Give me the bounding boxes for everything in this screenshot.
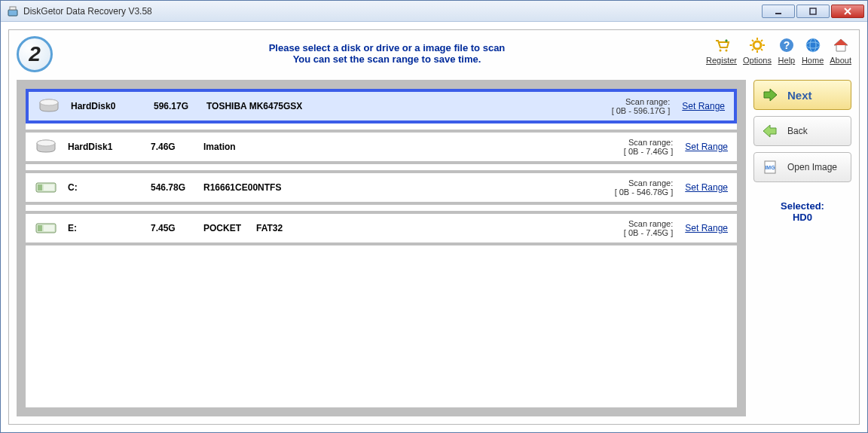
set-range-link[interactable]: Set Range bbox=[682, 101, 725, 111]
step-badge: 2 bbox=[17, 36, 53, 72]
selected-value: HD0 bbox=[753, 212, 851, 223]
header-instructions: Please select a disk or drive or a image… bbox=[68, 36, 706, 65]
svg-rect-1 bbox=[10, 7, 16, 10]
toolbar: Register Options ? Help Home bbox=[706, 36, 851, 65]
window-title: DiskGetor Data Recovery V3.58 bbox=[23, 6, 762, 17]
disk-name: HardDisk0 bbox=[71, 101, 154, 111]
svg-rect-31 bbox=[44, 225, 54, 231]
svg-point-23 bbox=[40, 99, 58, 105]
disk-row[interactable]: C:546.78GR16661CE00NTFSScan range:[ 0B -… bbox=[26, 170, 737, 205]
scan-range: Scan range:[ 0B - 546.78G ] bbox=[615, 178, 674, 197]
cart-icon bbox=[713, 36, 731, 54]
arrow-right-icon bbox=[762, 87, 778, 103]
disk-model: R16661CE00NTFS bbox=[203, 182, 615, 193]
partition-icon bbox=[35, 221, 57, 236]
disk-size: 7.46G bbox=[151, 142, 203, 152]
minimize-button[interactable] bbox=[762, 5, 795, 18]
house-icon bbox=[832, 36, 850, 54]
svg-text:?: ? bbox=[784, 39, 790, 51]
arrow-left-icon bbox=[762, 123, 778, 139]
home-link[interactable]: Home bbox=[802, 36, 824, 65]
svg-line-15 bbox=[761, 40, 763, 41]
svg-rect-3 bbox=[810, 8, 816, 14]
options-link[interactable]: Options bbox=[743, 36, 772, 65]
header-line1: Please select a disk or drive or a image… bbox=[68, 42, 706, 53]
register-label: Register bbox=[706, 56, 737, 65]
app-icon bbox=[7, 5, 19, 17]
disk-row[interactable]: E:7.45GPOCKET FAT32Scan range:[ 0B - 7.4… bbox=[26, 211, 737, 245]
scan-range: Scan range:[ 0B - 7.45G ] bbox=[624, 219, 673, 237]
next-button[interactable]: Next bbox=[753, 80, 851, 110]
disk-model: POCKET FAT32 bbox=[203, 223, 624, 233]
help-label: Help bbox=[778, 56, 796, 65]
disk-row[interactable]: HardDisk17.46GImationScan range:[ 0B - 7… bbox=[26, 130, 737, 164]
disk-model: Imation bbox=[203, 142, 624, 152]
maximize-button[interactable] bbox=[796, 5, 830, 18]
svg-rect-30 bbox=[38, 225, 42, 231]
scan-range: Scan range:[ 0B - 596.17G ] bbox=[612, 97, 671, 115]
svg-line-16 bbox=[752, 49, 753, 50]
svg-rect-28 bbox=[44, 184, 54, 191]
open-image-label: Open Image bbox=[787, 162, 837, 172]
disk-name: C: bbox=[68, 182, 151, 193]
scan-range: Scan range:[ 0B - 7.46G ] bbox=[624, 138, 673, 156]
svg-point-25 bbox=[37, 140, 55, 146]
harddisk-icon bbox=[38, 99, 60, 114]
header-line2: You can set the scan range to save time. bbox=[68, 53, 706, 65]
disk-list: HardDisk0596.17GTOSHIBA MK6475GSXScan ra… bbox=[17, 80, 746, 416]
selected-indicator: Selected: HD0 bbox=[753, 200, 851, 223]
back-label: Back bbox=[787, 126, 808, 136]
help-icon: ? bbox=[778, 36, 796, 54]
svg-text:IMG: IMG bbox=[765, 165, 775, 170]
options-label: Options bbox=[743, 56, 772, 65]
svg-line-14 bbox=[761, 49, 763, 50]
about-label: About bbox=[830, 56, 851, 65]
globe-icon bbox=[804, 36, 822, 54]
svg-point-6 bbox=[719, 50, 721, 52]
disk-name: HardDisk1 bbox=[68, 142, 151, 152]
gear-icon bbox=[748, 36, 766, 54]
svg-rect-0 bbox=[8, 10, 17, 16]
set-range-link[interactable]: Set Range bbox=[685, 142, 728, 152]
harddisk-icon bbox=[35, 139, 57, 154]
register-link[interactable]: Register bbox=[706, 36, 737, 65]
sidebar: Next Back IMG Open Image Selected: HD0 bbox=[753, 80, 851, 416]
partition-icon bbox=[35, 180, 57, 195]
app-window: DiskGetor Data Recovery V3.58 2 Please s… bbox=[0, 0, 868, 433]
set-range-link[interactable]: Set Range bbox=[685, 182, 728, 193]
disk-size: 7.45G bbox=[151, 223, 203, 233]
svg-point-8 bbox=[753, 41, 761, 49]
disk-model: TOSHIBA MK6475GSX bbox=[206, 101, 612, 111]
set-range-link[interactable]: Set Range bbox=[685, 223, 728, 233]
svg-point-19 bbox=[806, 38, 820, 52]
disk-size: 546.78G bbox=[151, 182, 203, 193]
disk-size: 596.17G bbox=[154, 101, 206, 111]
back-button[interactable]: Back bbox=[753, 116, 851, 146]
image-file-icon: IMG bbox=[762, 159, 778, 175]
disk-row[interactable]: HardDisk0596.17GTOSHIBA MK6475GSXScan ra… bbox=[26, 89, 737, 123]
home-label: Home bbox=[802, 56, 824, 65]
svg-point-7 bbox=[725, 50, 727, 52]
about-link[interactable]: About bbox=[830, 36, 851, 65]
svg-line-13 bbox=[752, 40, 753, 41]
next-label: Next bbox=[787, 89, 812, 102]
help-link[interactable]: ? Help bbox=[778, 36, 796, 65]
selected-label-text: Selected: bbox=[753, 200, 851, 212]
close-button[interactable] bbox=[831, 5, 864, 18]
titlebar[interactable]: DiskGetor Data Recovery V3.58 bbox=[1, 1, 867, 22]
open-image-button[interactable]: IMG Open Image bbox=[753, 152, 851, 182]
disk-name: E: bbox=[68, 223, 151, 233]
svg-rect-27 bbox=[38, 184, 42, 191]
